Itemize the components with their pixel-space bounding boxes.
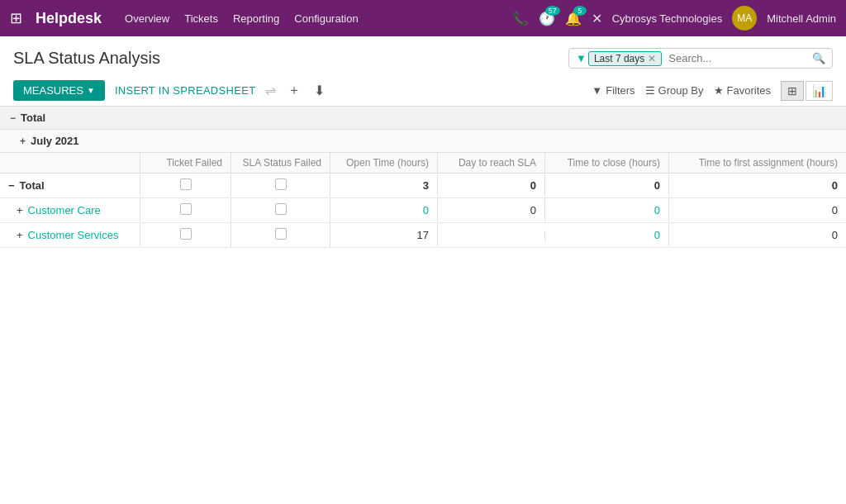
user-avatar[interactable]: MA [732,6,757,31]
nav-actions: 📞 🕐57 🔔5 ✕ Cybrosys Technologies MA Mitc… [512,6,836,31]
page-header: SLA Status Analysis ▼ Last 7 days ✕ 🔍 [0,36,846,75]
groupby-button[interactable]: ☰ Group By [645,84,704,97]
row-total-ticket-failed [140,174,231,197]
checkbox-care-sla[interactable] [275,203,287,215]
favorites-label: Favorites [727,84,771,97]
checkbox-total-sla[interactable] [275,178,287,190]
row-services-day-reach [438,231,545,240]
row-care-ticket-failed [140,198,231,222]
col-header-open-time: Open Time (hours) [330,153,438,173]
filters-button[interactable]: ▼ Filters [592,84,634,97]
col-header-ticket-failed: Ticket Failed [140,153,231,173]
row-care-time-close: 0 [545,199,669,221]
total-group-label: Total [21,112,45,124]
table-area: − Total + July 2021 Ticket Failed SLA St… [0,107,846,248]
col-header-time-first: Time to first assignment (hours) [669,153,846,173]
col-header-label [0,153,140,173]
row-services-time-first: 0 [669,224,846,246]
nav-reporting[interactable]: Reporting [233,12,279,25]
row-services-ticket-failed [140,223,231,247]
measures-label: MEASURES [23,84,83,97]
avatar-initials: MA [737,12,752,24]
grid-icon[interactable]: ⊞ [10,9,22,27]
search-filter-tag[interactable]: Last 7 days ✕ [588,51,662,66]
total-toggle-icon[interactable]: − [10,112,16,124]
toolbar-plus-button[interactable]: ＋ [286,82,302,99]
row-services-time-close: 0 [545,224,669,246]
row-label-total: − Total [0,174,140,197]
search-input[interactable] [665,50,812,66]
page-title: SLA Status Analysis [13,49,160,68]
filter-tag-remove[interactable]: ✕ [648,53,656,64]
groupby-label: Group By [658,84,704,97]
view-bar-button[interactable]: 📊 [806,81,833,101]
july-toggle-icon[interactable]: + [20,136,26,147]
filter-funnel-icon: ▼ [592,84,602,97]
company-name: Cybrosys Technologies [612,12,722,25]
row-total-time-first: 0 [669,174,846,197]
toolbar-download-button[interactable]: ⬇ [312,83,326,98]
row-total-sla-failed [231,174,330,197]
table-row: + Customer Care 0 0 0 0 [0,198,846,223]
nav-configuration[interactable]: Configuration [294,12,358,25]
close-icon[interactable]: ✕ [592,11,602,26]
top-navigation: ⊞ Helpdesk Overview Tickets Reporting Co… [0,0,846,36]
row-total-toggle[interactable]: − [8,179,15,192]
group-total-row: − Total [0,107,846,130]
star-icon: ★ [714,84,724,97]
search-bar: ▼ Last 7 days ✕ 🔍 [568,48,833,69]
checkbox-services-sla[interactable] [275,228,287,240]
nav-links: Overview Tickets Reporting Configuration [125,12,506,25]
row-label-customer-services: + Customer Services [0,224,140,246]
row-total-day-reach: 0 [438,174,545,197]
row-total-time-close: 0 [545,174,669,197]
column-headers: Ticket Failed SLA Status Failed Open Tim… [0,153,846,174]
favorites-button[interactable]: ★ Favorites [714,84,771,97]
content-area: SLA Status Analysis ▼ Last 7 days ✕ 🔍 ME… [0,36,846,504]
measures-caret: ▼ [87,86,95,95]
filter-icon: ▼ [576,52,587,64]
insert-spreadsheet-button[interactable]: INSERT IN SPREADSHEET [115,84,256,97]
filters-label: Filters [606,84,634,97]
clock-icon[interactable]: 🕐57 [539,11,555,26]
row-total-open-time: 3 [330,174,438,197]
groupby-icon: ☰ [645,84,655,97]
table-row: + Customer Services 17 0 0 [0,223,846,248]
toolbar: MEASURES ▼ INSERT IN SPREADSHEET ⇌ ＋ ⬇ ▼… [0,75,846,107]
clock-badge: 57 [545,6,560,16]
brand-name: Helpdesk [36,10,102,27]
toolbar-right: ▼ Filters ☰ Group By ★ Favorites ⊞ 📊 [592,81,833,101]
customer-care-toggle[interactable]: + [17,204,23,216]
col-header-sla-failed: SLA Status Failed [231,153,330,173]
row-label-customer-care: + Customer Care [0,199,140,221]
row-services-sla-failed [231,223,330,247]
phone-icon[interactable]: 📞 [512,11,529,26]
table-row: − Total 3 0 0 0 [0,174,846,198]
checkbox-care-ticket[interactable] [180,203,192,215]
bell-icon[interactable]: 🔔5 [565,11,582,26]
row-care-day-reach: 0 [438,199,545,221]
nav-tickets[interactable]: Tickets [184,12,218,25]
col-header-day-reach: Day to reach SLA [438,153,545,173]
filter-tag-label: Last 7 days [594,53,644,64]
checkbox-services-ticket[interactable] [180,228,192,240]
search-icon[interactable]: 🔍 [812,52,825,64]
row-care-sla-failed [231,198,330,222]
july-group-label: July 2021 [31,135,79,147]
col-header-time-close: Time to close (hours) [545,153,669,173]
view-toggle: ⊞ 📊 [781,81,833,101]
row-care-time-first: 0 [669,199,846,221]
customer-services-toggle[interactable]: + [17,229,23,241]
checkbox-total-ticket[interactable] [180,178,192,190]
toolbar-separator-1: ⇌ [265,83,276,98]
user-name: Mitchell Admin [767,12,836,25]
row-services-open-time: 17 [330,224,438,246]
row-care-open-time: 0 [330,199,438,221]
nav-overview[interactable]: Overview [125,12,169,25]
measures-button[interactable]: MEASURES ▼ [13,80,105,101]
group-july-row: + July 2021 [0,130,846,153]
bell-badge: 5 [573,6,587,16]
view-grid-button[interactable]: ⊞ [781,81,804,101]
